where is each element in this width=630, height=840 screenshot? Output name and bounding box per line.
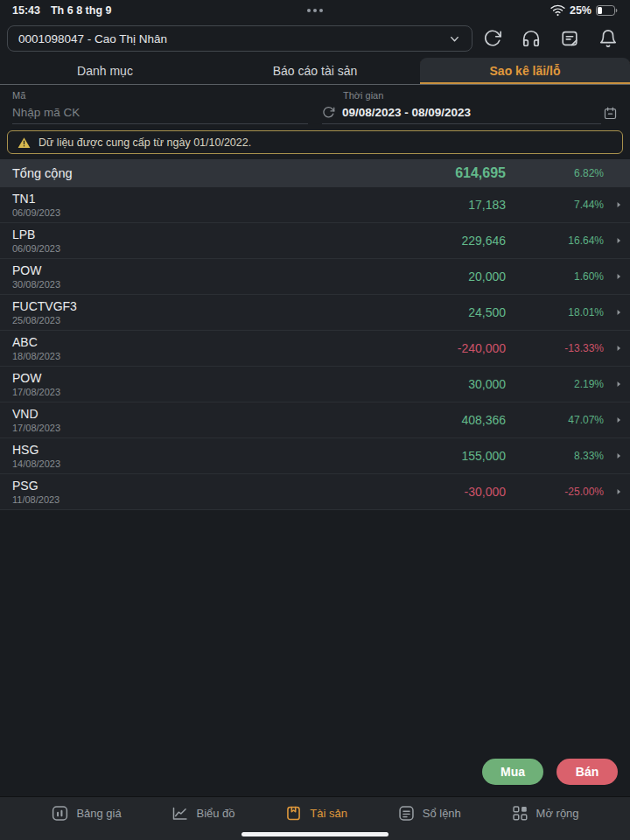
wifi-icon bbox=[550, 4, 565, 17]
chevron-right-icon bbox=[604, 344, 623, 353]
chevron-right-icon bbox=[604, 200, 623, 209]
data-warning-banner: Dữ liệu được cung cấp từ ngày 01/10/2022… bbox=[7, 130, 623, 154]
row-profit-value: 24,500 bbox=[374, 305, 506, 319]
chevron-right-icon bbox=[604, 487, 623, 496]
data-warning-text: Dữ liệu được cung cấp từ ngày 01/10/2022… bbox=[38, 136, 251, 149]
status-bar: 15:43 Th 6 8 thg 9 25% bbox=[0, 0, 630, 21]
support-headset-icon[interactable] bbox=[522, 29, 541, 48]
row-profit-percent: 7.44% bbox=[506, 199, 604, 211]
statement-row[interactable]: LPB 06/09/2023 229,646 16.64% bbox=[0, 223, 630, 259]
warning-triangle-icon bbox=[18, 136, 31, 149]
tab-bao-cao-tai-san[interactable]: Báo cáo tài sản bbox=[210, 58, 420, 84]
statement-row[interactable]: HSG 14/08/2023 155,000 8.33% bbox=[0, 438, 630, 474]
line-chart-icon bbox=[171, 804, 189, 822]
row-symbol: HSG bbox=[12, 443, 374, 457]
row-date: 06/09/2023 bbox=[12, 207, 374, 218]
row-profit-value: -30,000 bbox=[374, 485, 506, 499]
row-symbol: POW bbox=[12, 263, 374, 277]
row-symbol: ABC bbox=[12, 335, 374, 349]
bottom-nav: Bảng giá Biểu đồ Tài sản Sổ lệnh bbox=[0, 796, 630, 840]
sell-button[interactable]: Bán bbox=[556, 759, 618, 785]
row-profit-value: 20,000 bbox=[374, 270, 506, 284]
nav-item-tai-san[interactable]: Tài sản bbox=[284, 804, 347, 822]
row-date: 17/08/2023 bbox=[12, 423, 374, 433]
statement-row[interactable]: TN1 06/09/2023 17,183 7.44% bbox=[0, 187, 630, 223]
row-profit-value: 155,000 bbox=[374, 449, 506, 463]
row-profit-value: 408,366 bbox=[374, 413, 506, 427]
chevron-down-icon bbox=[448, 32, 461, 46]
clock: 15:43 bbox=[12, 4, 40, 17]
total-value: 614,695 bbox=[374, 165, 506, 181]
code-filter: Mã Nhập mã CK bbox=[12, 90, 308, 124]
chevron-right-icon bbox=[604, 272, 623, 281]
chevron-right-icon bbox=[604, 380, 623, 388]
status-date: Th 6 8 thg 9 bbox=[51, 4, 111, 17]
nav-item-bang-gia[interactable]: Bảng giá bbox=[51, 804, 121, 822]
header: 0001098047 - Cao Thị Nhân bbox=[0, 21, 630, 58]
nav-label: Tài sản bbox=[310, 807, 347, 820]
buy-button[interactable]: Mua bbox=[482, 759, 543, 785]
nav-item-so-lenh[interactable]: Sổ lệnh bbox=[397, 804, 461, 822]
row-date: 11/08/2023 bbox=[12, 494, 374, 505]
total-row: Tổng cộng 614,695 6.82% bbox=[0, 159, 630, 187]
statement-row[interactable]: ABC 18/08/2023 -240,000 -13.33% bbox=[0, 331, 630, 367]
total-label: Tổng cộng bbox=[12, 166, 374, 180]
row-date: 17/08/2023 bbox=[12, 387, 374, 397]
notifications-bell-icon[interactable] bbox=[598, 29, 618, 48]
statement-row[interactable]: FUCTVGF3 25/08/2023 24,500 18.01% bbox=[0, 295, 630, 331]
statement-row[interactable]: POW 17/08/2023 30,000 2.19% bbox=[0, 367, 630, 402]
chevron-right-icon bbox=[604, 416, 623, 424]
nav-label: Bảng giá bbox=[76, 807, 121, 820]
nav-label: Biểu đồ bbox=[196, 807, 234, 820]
chevron-right-icon bbox=[604, 308, 623, 317]
row-profit-value: -240,000 bbox=[374, 341, 506, 355]
trade-actions: Mua Bán bbox=[482, 759, 618, 785]
row-symbol: FUCTVGF3 bbox=[12, 299, 374, 313]
calendar-icon[interactable] bbox=[603, 106, 618, 121]
multitask-dots-icon[interactable] bbox=[307, 9, 323, 12]
row-profit-percent: -13.33% bbox=[506, 342, 604, 354]
row-profit-percent: 16.64% bbox=[506, 234, 604, 247]
tab-danh-muc[interactable]: Danh mục bbox=[0, 58, 210, 84]
expand-grid-icon bbox=[511, 804, 529, 822]
row-date: 30/08/2023 bbox=[12, 279, 374, 290]
row-date: 18/08/2023 bbox=[12, 351, 374, 361]
price-board-icon bbox=[51, 804, 69, 822]
chevron-right-icon bbox=[604, 452, 623, 460]
nav-label: Mở rộng bbox=[536, 807, 579, 820]
row-profit-value: 229,646 bbox=[374, 234, 506, 248]
statement-row[interactable]: PSG 11/08/2023 -30,000 -25.00% bbox=[0, 474, 630, 510]
statement-row[interactable]: VND 17/08/2023 408,366 47.07% bbox=[0, 402, 630, 438]
row-symbol: PSG bbox=[12, 479, 374, 493]
account-selector[interactable]: 0001098047 - Cao Thị Nhân bbox=[7, 25, 472, 52]
row-symbol: LPB bbox=[12, 228, 374, 242]
row-profit-value: 17,183 bbox=[374, 198, 506, 212]
battery-percent: 25% bbox=[570, 4, 592, 17]
row-profit-percent: -25.00% bbox=[506, 486, 604, 498]
refresh-icon[interactable] bbox=[483, 29, 502, 48]
order-book-icon bbox=[397, 804, 416, 822]
statement-row[interactable]: POW 30/08/2023 20,000 1.60% bbox=[0, 259, 630, 295]
date-range-value: 09/08/2023 - 08/09/2023 bbox=[342, 106, 471, 119]
battery-icon bbox=[596, 5, 618, 16]
code-filter-label: Mã bbox=[12, 90, 308, 101]
nav-item-bieu-do[interactable]: Biểu đồ bbox=[171, 804, 234, 822]
reset-date-icon[interactable] bbox=[322, 106, 335, 119]
row-profit-value: 30,000 bbox=[374, 377, 506, 391]
filter-section: Mã Nhập mã CK Thời gian 09/08/2023 - 08/… bbox=[0, 85, 630, 124]
row-profit-percent: 47.07% bbox=[506, 414, 604, 426]
time-filter-label: Thời gian bbox=[322, 90, 618, 101]
time-filter: Thời gian 09/08/2023 - 08/09/2023 bbox=[322, 90, 618, 124]
tab-sao-ke-lai-lo[interactable]: Sao kê lãi/lỗ bbox=[420, 58, 630, 84]
row-symbol: POW bbox=[12, 371, 374, 385]
code-input[interactable]: Nhập mã CK bbox=[12, 105, 308, 124]
home-indicator[interactable] bbox=[242, 832, 388, 836]
statement-list: TN1 06/09/2023 17,183 7.44% LPB 06/09/20… bbox=[0, 187, 630, 510]
total-percent: 6.82% bbox=[506, 167, 604, 179]
assets-wallet-icon bbox=[284, 804, 303, 822]
nav-item-mo-rong[interactable]: Mở rộng bbox=[511, 804, 579, 822]
date-range-field[interactable]: 09/08/2023 - 08/09/2023 bbox=[322, 105, 601, 124]
row-symbol: VND bbox=[12, 407, 374, 421]
row-symbol: TN1 bbox=[12, 192, 374, 206]
feedback-note-icon[interactable] bbox=[560, 29, 579, 48]
